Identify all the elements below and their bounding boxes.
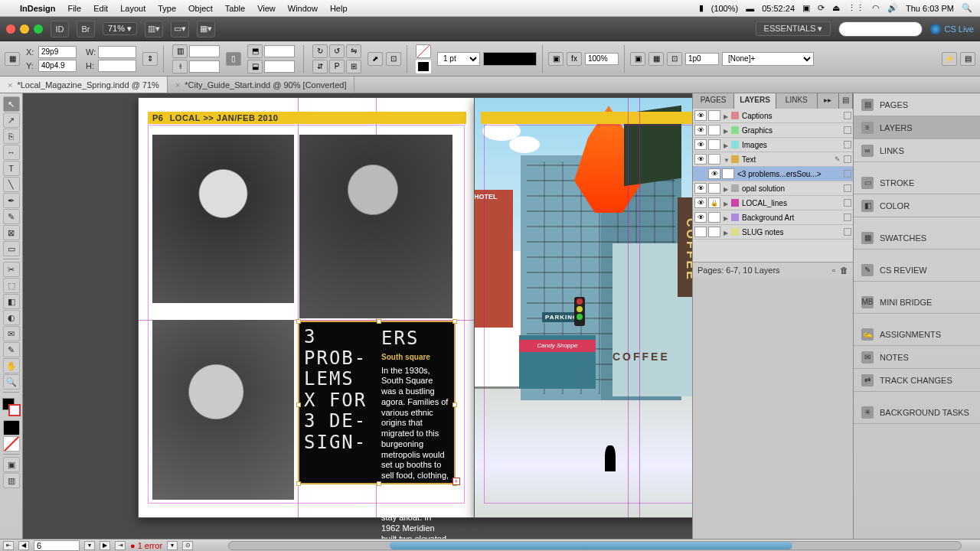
inset-bottom[interactable] (264, 60, 295, 73)
layer-row[interactable]: 👁🔒LOCAL_lines (693, 196, 853, 210)
zoom-tool[interactable]: 🔍 (3, 374, 20, 390)
panel-tab-pages[interactable]: PAGES (693, 93, 734, 109)
window-minimize[interactable] (20, 24, 29, 34)
last-spread-icon[interactable]: ⇥ (115, 541, 126, 550)
panel-menu-icon[interactable]: ▤ (839, 93, 853, 109)
menu-table[interactable]: Table (225, 4, 245, 13)
free-transform-tool[interactable]: ⬚ (3, 278, 20, 293)
frame-handle[interactable] (296, 481, 301, 486)
menu-layout[interactable]: Layout (120, 4, 145, 13)
opacity-field[interactable] (585, 53, 619, 65)
lock-toggle[interactable] (708, 227, 720, 237)
fill-swatch[interactable] (416, 44, 431, 58)
panel-button-stroke[interactable]: ▭STROKE (854, 171, 980, 194)
menu-object[interactable]: Object (188, 4, 213, 13)
cs-live-button[interactable]: CS Live (930, 24, 974, 34)
hand-tool[interactable]: ✋ (3, 358, 20, 373)
frame-handle[interactable] (377, 481, 381, 486)
select-content-icon[interactable]: ⊡ (386, 52, 401, 66)
wrap-none-icon[interactable]: ▣ (630, 52, 645, 66)
panel-button-assignments[interactable]: ✍ASSIGNMENTS (854, 323, 980, 346)
frame-handle[interactable] (296, 319, 301, 324)
layer-row[interactable]: 👁Images (693, 138, 853, 152)
flip-v-icon[interactable]: ⇵ (312, 60, 328, 73)
layer-proxy[interactable] (844, 112, 851, 119)
panel-button-notes[interactable]: ✉NOTES (854, 346, 980, 369)
lock-toggle[interactable]: 🔒 (708, 197, 720, 208)
frame-handle[interactable] (452, 403, 457, 407)
frame-fitting-icon[interactable]: ⊡ (667, 52, 682, 66)
layer-proxy[interactable] (844, 199, 851, 207)
close-tab-icon[interactable]: × (175, 80, 180, 90)
window-zoom[interactable] (34, 24, 43, 34)
photo-frame-man-2[interactable] (152, 320, 294, 500)
panel-tab-layers[interactable]: LAYERS (734, 93, 776, 109)
visibility-toggle[interactable]: 👁 (694, 183, 707, 194)
frame-handle[interactable] (377, 319, 381, 324)
gap-tool[interactable]: ↔ (3, 145, 20, 160)
menu-help[interactable]: Help (330, 4, 348, 13)
prev-spread-icon[interactable]: ◀ (18, 541, 29, 550)
page-right[interactable]: HOTEL COFFEE PARKING Candy Shoppe COFFEE… (474, 97, 692, 518)
eject-icon[interactable]: ⏏ (832, 3, 840, 13)
menu-type[interactable]: Type (158, 4, 176, 13)
flip-h-icon[interactable]: ⇋ (346, 44, 361, 58)
lock-toggle[interactable] (708, 154, 720, 165)
stroke-swatch[interactable] (416, 60, 431, 73)
disclosure-triangle[interactable] (724, 198, 731, 207)
layer-row[interactable]: SLUG notes (693, 225, 853, 240)
direct-selection-tool[interactable]: ↗ (3, 112, 20, 128)
spotlight-icon[interactable]: 🔍 (962, 3, 972, 13)
running-header[interactable]: P6 LOCAL >> JAN/FEB 2010 (148, 112, 466, 124)
y-field[interactable] (38, 60, 77, 72)
lock-toggle[interactable] (708, 183, 720, 194)
disclosure-triangle[interactable] (724, 213, 731, 222)
constrain-proportions-icon[interactable]: ⇕ (142, 52, 158, 66)
select-container-icon[interactable]: ⬈ (368, 52, 383, 66)
layer-proxy[interactable] (844, 170, 851, 178)
first-spread-icon[interactable]: ⇤ (3, 541, 14, 550)
fill-stroke-swatches[interactable] (2, 398, 21, 416)
column-guide[interactable] (639, 98, 640, 517)
disclosure-triangle[interactable] (724, 184, 731, 193)
panel-button-layers[interactable]: ≡LAYERS (854, 116, 980, 139)
panel-menu-icon[interactable]: ▤ (960, 52, 975, 66)
view-options-button[interactable]: ▥▾ (145, 21, 163, 37)
frame-handle[interactable] (452, 319, 457, 324)
disclosure-triangle[interactable] (724, 155, 731, 164)
column-guide[interactable] (628, 98, 629, 517)
layer-row[interactable]: 👁Background Art (693, 210, 853, 225)
preflight-menu-icon[interactable]: ▾ (167, 541, 178, 550)
visibility-toggle[interactable]: 👁 (694, 197, 707, 208)
menu-file[interactable]: File (67, 4, 81, 13)
horizontal-scrollbar[interactable] (228, 541, 962, 550)
view-mode-preview[interactable]: ▥ (3, 473, 20, 488)
layer-list[interactable]: 👁Captions👁Graphics👁Images👁Text✎👁<3 probl… (693, 109, 853, 262)
object-style-dropdown[interactable]: [None]+ (722, 52, 814, 66)
document-canvas[interactable]: P6 LOCAL >> JAN/FEB 2010 3 PROB-LEMS X F… (23, 93, 692, 539)
lock-toggle[interactable] (708, 125, 720, 135)
wifi-icon[interactable]: ⋮⋮ (848, 3, 864, 13)
volume-icon[interactable]: 🔊 (887, 3, 898, 13)
help-search-input[interactable] (838, 21, 923, 37)
gradient-swatch-tool[interactable]: ◧ (3, 294, 20, 309)
visibility-toggle[interactable]: 👁 (708, 168, 720, 179)
bridge-button[interactable]: Br (77, 21, 95, 37)
document-tab-1[interactable]: ×*Local_Magazine_Spring.indd @ 71% (0, 77, 168, 93)
close-tab-icon[interactable]: × (8, 80, 12, 90)
panel-button-links[interactable]: ∞LINKS (854, 139, 980, 162)
frame-handle[interactable] (296, 403, 301, 407)
page-left[interactable]: P6 LOCAL >> JAN/FEB 2010 3 PROB-LEMS X F… (138, 97, 475, 518)
photo-frame-woman[interactable] (152, 135, 294, 303)
gradient-feather-tool[interactable]: ◐ (3, 310, 20, 325)
panel-button-cs-review[interactable]: ✎CS REVIEW (854, 259, 980, 282)
zoom-level-dropdown[interactable]: 71% ▾ (103, 22, 137, 35)
disclosure-triangle[interactable] (724, 111, 731, 120)
document-tab-2[interactable]: ×*City_Guide_Start.indd @ 90% [Converted… (168, 77, 355, 93)
layer-row[interactable]: 👁Captions (693, 109, 853, 123)
open-preflight-icon[interactable]: ⊙ (182, 541, 193, 550)
menu-view[interactable]: View (257, 4, 276, 13)
wrap-bound-icon[interactable]: ▦ (648, 52, 664, 66)
align-icon[interactable]: ⊞ (346, 60, 361, 73)
panel-collapse-icon[interactable]: ▸▸ (818, 93, 839, 109)
